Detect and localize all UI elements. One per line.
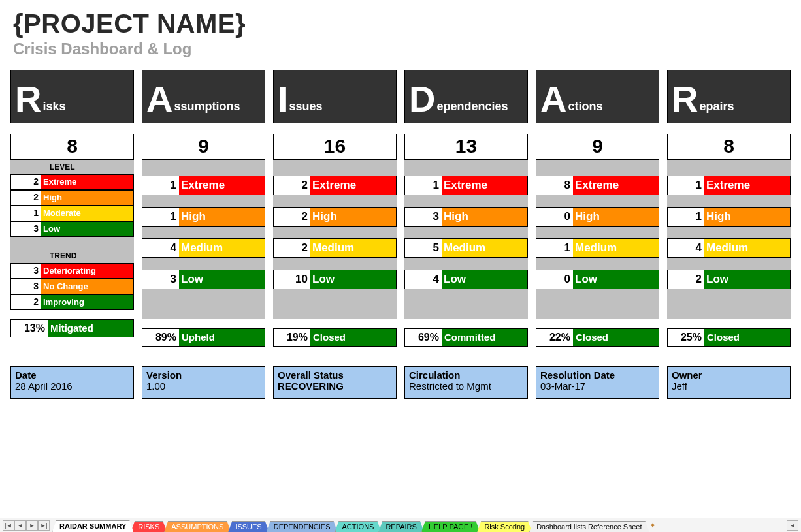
level-label: Medium [310,239,396,257]
info-label: Overall Status [278,369,392,381]
info-box: Resolution Date03-Mar-17 [536,366,659,399]
level-label: High [704,208,790,226]
level-label: Low [310,270,396,289]
percent-row: 69%Committed [404,328,528,347]
sheet-tab[interactable]: RAIDAR SUMMARY [52,520,133,532]
column-header-rest: ssues [288,100,323,117]
info-value: Restricted to Mgmt [409,381,523,392]
info-row: Date28 April 2016Version1.00Overall Stat… [0,347,801,399]
column-header: Repairs [667,70,791,123]
page-subtitle: Crisis Dashboard & Log [13,40,788,58]
dashboard-column: Dependencies131Extreme3High5Medium4Low69… [404,70,528,347]
percent-label: Committed [442,329,527,346]
column-body: 1Extreme1High4Medium3Low [142,160,265,319]
trend-count: 3 [11,264,41,278]
percent-label: Closed [573,329,659,346]
trend-count: 3 [11,279,41,294]
column-body: 1Extreme3High5Medium4Low [404,160,528,319]
column-header-rest: ctions [566,100,602,117]
column-header-letter: D [405,81,435,117]
level-label: Low [442,270,527,289]
sheet-tab[interactable]: HELP PAGE ! [421,521,480,532]
dashboard-column: Assumptions91Extreme1High4Medium3Low89%U… [142,70,265,347]
info-label: Version [146,369,261,381]
column-body: 1Extreme1High4Medium2Low [667,160,791,319]
sheet-tab[interactable]: ACTIONS [335,521,382,532]
hscroll-controls: ◄ [787,520,801,531]
level-label: High [310,208,396,226]
level-row: 2Extreme [273,176,397,195]
sheet-tab[interactable]: ASSUMPTIONS [164,521,231,532]
level-row: 4Medium [667,238,791,258]
level-row: 2High [10,190,134,206]
level-count: 1 [142,208,179,226]
sheet-tab[interactable]: Risk Scoring [477,521,532,532]
level-count: 10 [274,270,310,289]
percent-label: Mitigated [48,320,133,337]
trend-label: Deteriorating [41,264,133,278]
info-value: 03-Mar-17 [540,381,655,392]
level-count: 1 [142,176,179,195]
level-row: 2Medium [273,238,397,258]
level-count: 2 [274,176,310,195]
level-count: 0 [536,208,573,226]
column-total: 8 [667,134,791,160]
info-value: RECOVERING [278,381,392,392]
tab-nav-last[interactable]: ►| [38,520,50,531]
sheet-tab[interactable]: Dashboard lists Reference Sheet [529,521,649,532]
level-label: High [573,208,659,226]
level-label: Medium [442,239,527,257]
level-row: 0High [536,207,659,227]
percent-row: 19%Closed [273,328,397,347]
level-count: 3 [11,222,41,236]
info-value: 28 April 2016 [15,381,129,392]
level-row: 1Extreme [142,176,265,195]
level-row: 1Extreme [667,176,791,195]
trend-heading: TREND [10,249,134,263]
level-label: High [179,208,265,226]
column-total: 8 [10,134,134,160]
tab-nav-prev[interactable]: ◄ [14,520,26,531]
column-header-letter: I [274,81,288,117]
percent-row: 25%Closed [667,328,791,347]
sheet-tab[interactable]: RISKS [131,521,167,532]
trend-label: No Change [41,279,133,294]
column-body: 2Extreme2High2Medium10Low [273,160,397,319]
sheet-tab[interactable]: DEPENDENCIES [267,521,338,532]
info-box: CirculationRestricted to Mgmt [404,366,528,399]
level-label: Moderate [41,206,133,221]
level-row: 10Low [273,270,397,289]
column-total: 13 [404,134,528,160]
tab-nav-first[interactable]: |◄ [3,520,14,531]
percent-label: Upheld [179,329,265,346]
level-row: 5Medium [404,238,528,258]
level-label: Extreme [704,176,790,195]
level-label: High [41,191,133,205]
level-label: Low [704,270,790,289]
level-label: Low [179,270,265,289]
sheet-tabs: RAIDAR SUMMARYRISKSASSUMPTIONSISSUESDEPE… [52,518,647,532]
level-row: 3Low [142,270,265,289]
level-row: 1Moderate [10,206,134,221]
info-label: Circulation [409,369,523,381]
column-body: LEVEL2Extreme2High1Moderate3LowTREND3Det… [10,160,134,310]
dashboard-column: Actions98Extreme0High1Medium0Low22%Close… [536,70,659,347]
tab-nav-next[interactable]: ► [26,520,38,531]
info-value: Jeff [672,381,786,392]
sheet-tab[interactable]: ISSUES [228,521,269,532]
trend-row: 3Deteriorating [10,263,134,279]
level-count: 1 [536,239,573,257]
hscroll-left[interactable]: ◄ [787,520,798,531]
column-body: 8Extreme0High1Medium0Low [536,160,659,319]
dashboard-column: Risks8LEVEL2Extreme2High1Moderate3LowTRE… [10,70,134,347]
level-label: High [442,208,527,226]
insert-sheet-icon[interactable]: ✦ [647,520,659,531]
percent-row: 22%Closed [536,328,659,347]
level-row: 0Low [536,270,659,289]
percent-row: 13%Mitigated [10,319,134,337]
column-header: Issues [273,70,397,123]
level-count: 0 [536,270,573,289]
percent-value: 69% [405,329,442,346]
column-header: Actions [536,70,659,123]
sheet-tab[interactable]: REPAIRS [378,521,423,532]
